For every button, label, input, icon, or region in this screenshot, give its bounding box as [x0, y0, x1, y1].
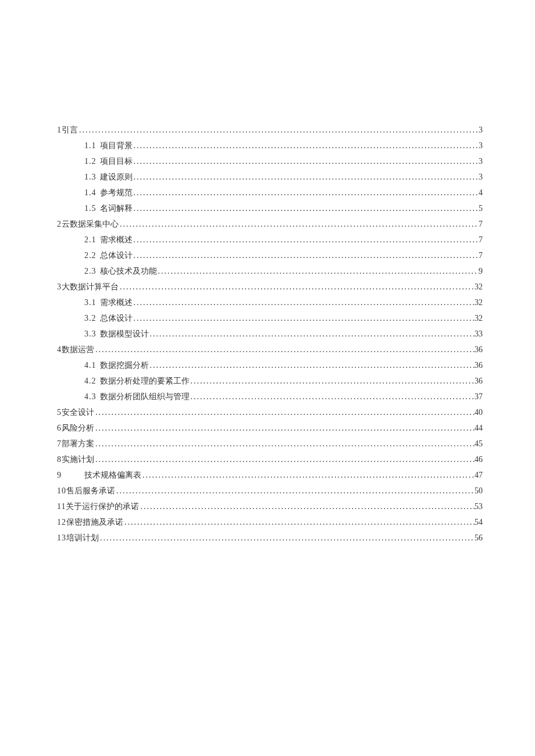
toc-leader-dots	[149, 357, 475, 373]
toc-entry: 1引言 3	[57, 122, 483, 138]
toc-title: 4.2数据分析处理的要紧工作	[84, 373, 190, 389]
toc-page-number: 5	[479, 200, 483, 216]
toc-entry: 1.5名词解释 5	[57, 200, 483, 216]
toc-title: 2.1需求概述	[84, 232, 133, 248]
toc-page-number: 7	[479, 232, 483, 248]
toc-title: 12保密措施及承诺	[57, 514, 123, 530]
toc-page-number: 45	[475, 436, 483, 452]
toc-entry: 2.1需求概述 7	[57, 232, 483, 248]
toc-page-number: 53	[475, 499, 483, 514]
toc-page-number: 32	[475, 279, 483, 295]
toc-leader-dots	[94, 404, 475, 420]
toc-title: 2云数据采集中心	[57, 216, 119, 232]
toc-title: 2.3核心技术及功能	[84, 263, 157, 279]
toc-title: 5安全设计	[57, 404, 94, 420]
toc-page-number: 7	[479, 216, 483, 232]
toc-page-number: 4	[479, 185, 483, 200]
toc-entry: 11关于运行保护的承诺 53	[57, 499, 483, 514]
toc-page-number: 7	[479, 248, 483, 263]
toc-title: 1.1项目背景	[84, 138, 133, 153]
toc-entry: 4.3数据分析团队组织与管理 37	[57, 389, 483, 404]
toc-entry: 3.1需求概述 32	[57, 295, 483, 310]
toc-leader-dots	[133, 295, 475, 310]
toc-title: 1引言	[57, 122, 78, 138]
toc-leader-dots	[133, 248, 479, 263]
toc-page-number: 37	[475, 389, 483, 404]
toc-title: 8实施计划	[57, 452, 94, 467]
toc-leader-dots	[78, 122, 479, 138]
toc-entry: 8实施计划 46	[57, 452, 483, 467]
toc-title: 1.5名词解释	[84, 200, 133, 216]
toc-page-number: 36	[475, 357, 483, 373]
toc-leader-dots	[94, 452, 475, 467]
toc-entry: 7部署方案 45	[57, 436, 483, 452]
page-content: 1引言 3 1.1项目背景 3 1.2项目目标 3 1.3建设原则 3 1.4参…	[0, 0, 535, 546]
toc-page-number: 32	[475, 310, 483, 326]
toc-leader-dots	[133, 310, 475, 326]
toc-leader-dots	[149, 326, 475, 342]
toc-title: 4数据运营	[57, 342, 94, 357]
toc-leader-dots	[99, 530, 475, 546]
toc-page-number: 46	[475, 452, 483, 467]
toc-leader-dots	[94, 436, 475, 452]
toc-page-number: 36	[475, 342, 483, 357]
toc-page-number: 9	[479, 263, 483, 279]
toc-entry: 4.1数据挖掘分析 36	[57, 357, 483, 373]
toc-leader-dots	[133, 138, 479, 153]
toc-title: 10售后服务承诺	[57, 483, 115, 499]
toc-entry: 4数据运营 36	[57, 342, 483, 357]
toc-leader-dots	[133, 153, 479, 169]
toc-page-number: 44	[475, 420, 483, 436]
toc-title: 1.4参考规范	[84, 185, 133, 200]
toc-entry: 1.4参考规范 4	[57, 185, 483, 200]
toc-entry: 2.2总体设计 7	[57, 248, 483, 263]
toc-leader-dots	[133, 169, 479, 185]
toc-page-number: 40	[475, 404, 483, 420]
toc-entry: 3.2总体设计 32	[57, 310, 483, 326]
toc-title: 13培训计划	[57, 530, 99, 546]
toc-title: 3.1需求概述	[84, 295, 133, 310]
toc-entry: 10售后服务承诺 50	[57, 483, 483, 499]
toc-page-number: 32	[475, 295, 483, 310]
toc-entry: 1.1项目背景 3	[57, 138, 483, 153]
toc-leader-dots	[119, 279, 475, 295]
toc-entry: 13培训计划 56	[57, 530, 483, 546]
toc-title: 2.2总体设计	[84, 248, 133, 263]
toc-entry: 6风险分析 44	[57, 420, 483, 436]
toc-entry: 3大数据计算平台 32	[57, 279, 483, 295]
table-of-contents: 1引言 3 1.1项目背景 3 1.2项目目标 3 1.3建设原则 3 1.4参…	[57, 122, 483, 546]
toc-entry: 4.2数据分析处理的要紧工作 36	[57, 373, 483, 389]
toc-leader-dots	[190, 389, 475, 404]
toc-title: 3.3数据模型设计	[84, 326, 149, 342]
toc-title: 11关于运行保护的承诺	[57, 499, 139, 514]
toc-entry: 1.2项目目标 3	[57, 153, 483, 169]
toc-page-number: 47	[475, 467, 483, 483]
toc-page-number: 3	[479, 122, 483, 138]
toc-page-number: 33	[475, 326, 483, 342]
toc-entry: 12保密措施及承诺 54	[57, 514, 483, 530]
toc-leader-dots	[94, 420, 475, 436]
toc-leader-dots	[123, 514, 475, 530]
toc-title: 3.2总体设计	[84, 310, 133, 326]
toc-title: 4.3数据分析团队组织与管理	[84, 389, 190, 404]
toc-title: 6风险分析	[57, 420, 94, 436]
toc-page-number: 3	[479, 153, 483, 169]
toc-entry: 2云数据采集中心 7	[57, 216, 483, 232]
toc-title: 7部署方案	[57, 436, 94, 452]
toc-leader-dots	[133, 185, 479, 200]
toc-leader-dots	[115, 483, 475, 499]
toc-leader-dots	[94, 342, 475, 357]
toc-entry: 2.3核心技术及功能 9	[57, 263, 483, 279]
toc-page-number: 3	[479, 169, 483, 185]
toc-page-number: 54	[475, 514, 483, 530]
toc-title: 1.2项目目标	[84, 153, 133, 169]
toc-title: 4.1数据挖掘分析	[84, 357, 149, 373]
toc-leader-dots	[190, 373, 475, 389]
toc-leader-dots	[157, 263, 479, 279]
toc-title: 1.3建设原则	[84, 169, 133, 185]
toc-page-number: 50	[475, 483, 483, 499]
toc-page-number: 56	[475, 530, 483, 546]
toc-leader-dots	[141, 467, 475, 483]
toc-page-number: 3	[479, 138, 483, 153]
toc-leader-dots	[119, 216, 479, 232]
